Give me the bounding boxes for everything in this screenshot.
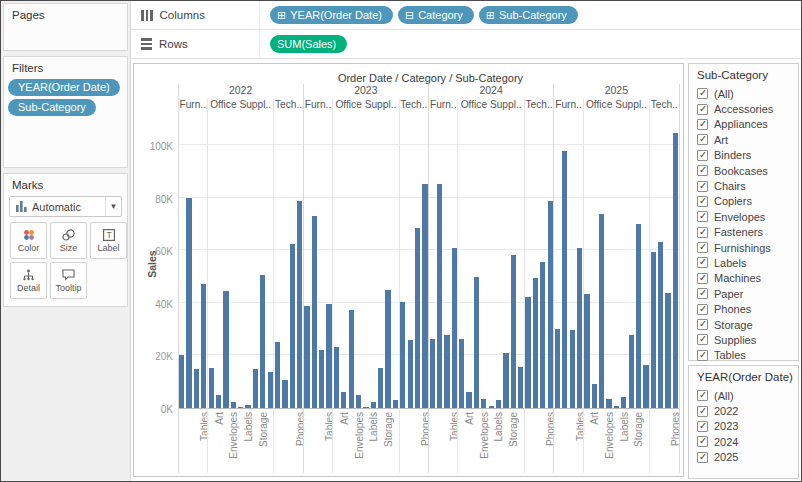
columns-shelf[interactable]: Columns ⊞YEAR(Order Date)⊟Category⊞Sub-C… [131,1,801,30]
bar-2025-Phones[interactable] [673,133,678,408]
bar-2024-Envelopes[interactable] [481,399,486,408]
checkbox-checked[interactable] [697,319,708,330]
filter-option-copiers[interactable]: Copiers [697,194,794,209]
filter-option-paper[interactable]: Paper [697,286,794,301]
bar-2023-Appliances[interactable] [334,347,339,408]
bar-2024-Appliances[interactable] [459,339,464,408]
checkbox-checked[interactable] [697,436,708,447]
bar-2024-Accessories[interactable] [525,297,530,408]
checkbox-checked[interactable] [697,227,708,238]
bar-2023-Accessories[interactable] [400,302,405,409]
checkbox-checked[interactable] [697,406,708,417]
bar-2024-Supplies[interactable] [518,367,523,408]
bar-2025-Envelopes[interactable] [606,399,611,408]
bar-2025-Binders[interactable] [599,214,604,408]
label-button[interactable]: T Label [90,222,127,259]
filter-option-envelopes[interactable]: Envelopes [697,209,794,224]
checkbox-checked[interactable] [697,150,708,161]
filter-option-supplies[interactable]: Supplies [697,332,794,347]
bar-2024-Paper[interactable] [503,353,508,408]
bar-2023-Machines[interactable] [415,228,420,408]
filters-shelf[interactable]: Filters YEAR(Order Date)Sub-Category [3,56,128,168]
filter-option-labels[interactable]: Labels [697,255,794,270]
filter-option-accessories[interactable]: Accessories [697,101,794,116]
checkbox-checked[interactable] [697,334,708,345]
bar-2023-Chairs[interactable] [312,216,317,408]
bar-2024-Art[interactable] [466,392,471,408]
filter-pill[interactable]: Sub-Category [8,99,96,116]
bar-2022-Storage[interactable] [260,275,265,408]
filter-option-storage[interactable]: Storage [697,317,794,332]
bar-2025-Labels[interactable] [621,397,626,408]
bar-2025-Copiers[interactable] [658,242,663,408]
checkbox-checked[interactable] [697,242,708,253]
bar-2022-Envelopes[interactable] [231,402,236,408]
bar-2022-Machines[interactable] [290,244,295,408]
bar-2023-Bookcases[interactable] [304,306,309,408]
tooltip-button[interactable]: Tooltip [50,262,87,299]
bar-2022-Labels[interactable] [245,405,250,408]
checkbox-checked[interactable] [697,273,708,284]
bar-2024-Copiers[interactable] [533,278,538,408]
bar-2025-Chairs[interactable] [562,151,567,408]
bar-2022-Chairs[interactable] [186,198,191,408]
bar-2025-Fasteners[interactable] [614,406,619,408]
bar-2022-Furnishings[interactable] [194,369,199,408]
checkbox-checked[interactable] [697,119,708,130]
filter-option-machines[interactable]: Machines [697,271,794,286]
filter-option-binders[interactable]: Binders [697,148,794,163]
expand-icon[interactable]: ⊞ [277,10,286,21]
detail-button[interactable]: Detail [10,262,47,299]
checkbox-checked[interactable] [697,104,708,115]
size-button[interactable]: Size [50,222,87,259]
checkbox-checked[interactable] [697,257,708,268]
filter-pill[interactable]: YEAR(Order Date) [8,79,120,96]
bar-2025-Paper[interactable] [629,335,634,408]
filter-option-phones[interactable]: Phones [697,301,794,316]
expand-icon[interactable]: ⊞ [486,10,495,21]
checkbox-checked[interactable] [697,304,708,315]
checkbox-checked[interactable] [697,165,708,176]
checkbox-checked[interactable] [697,390,708,401]
bar-2025-Bookcases[interactable] [555,329,560,408]
filter-option-all[interactable]: (All) [697,86,794,101]
mark-type-dropdown[interactable]: Automatic ▼ [9,196,122,217]
checkbox-checked[interactable] [697,211,708,222]
bar-2025-Accessories[interactable] [651,252,656,408]
checkbox-checked[interactable] [697,421,708,432]
bar-2022-Copiers[interactable] [282,380,287,408]
filter-option-appliances[interactable]: Appliances [697,117,794,132]
checkbox-checked[interactable] [697,88,708,99]
bar-2023-Furnishings[interactable] [319,350,324,408]
bar-2023-Tables[interactable] [326,304,331,408]
bar-2023-Art[interactable] [341,392,346,408]
bar-2024-Tables[interactable] [452,248,457,408]
bar-2024-Chairs[interactable] [437,184,442,408]
bar-2022-Bookcases[interactable] [179,355,184,408]
bar-2025-Machines[interactable] [665,293,670,408]
bar-2022-Accessories[interactable] [275,342,280,408]
bar-2022-Fasteners[interactable] [238,407,243,408]
chevron-down-icon[interactable]: ▼ [105,197,121,216]
bar-2022-Binders[interactable] [223,291,228,408]
bar-2025-Furnishings[interactable] [570,330,575,408]
bar-2023-Storage[interactable] [385,290,390,408]
checkbox-checked[interactable] [697,181,708,192]
bar-2024-Bookcases[interactable] [430,339,435,408]
bar-2022-Tables[interactable] [201,284,206,408]
bar-2023-Binders[interactable] [349,310,354,408]
shelf-pill[interactable]: ⊟Category [398,6,474,24]
filter-option-2024[interactable]: 2024 [697,434,794,449]
pages-shelf[interactable]: Pages [3,3,128,51]
shelf-pill[interactable]: ⊞Sub-Category [479,6,578,24]
filter-option-bookcases[interactable]: Bookcases [697,163,794,178]
filter-option-2023[interactable]: 2023 [697,419,794,434]
rows-shelf[interactable]: Rows SUM(Sales) [131,30,801,59]
bar-2025-Art[interactable] [592,384,597,408]
bar-2024-Labels[interactable] [496,400,501,408]
filter-option-fasteners[interactable]: Fasteners [697,225,794,240]
bar-2023-Envelopes[interactable] [356,395,361,408]
filter-option-all[interactable]: (All) [697,388,794,403]
bar-2024-Furnishings[interactable] [444,335,449,408]
bar-2023-Phones[interactable] [422,184,427,408]
